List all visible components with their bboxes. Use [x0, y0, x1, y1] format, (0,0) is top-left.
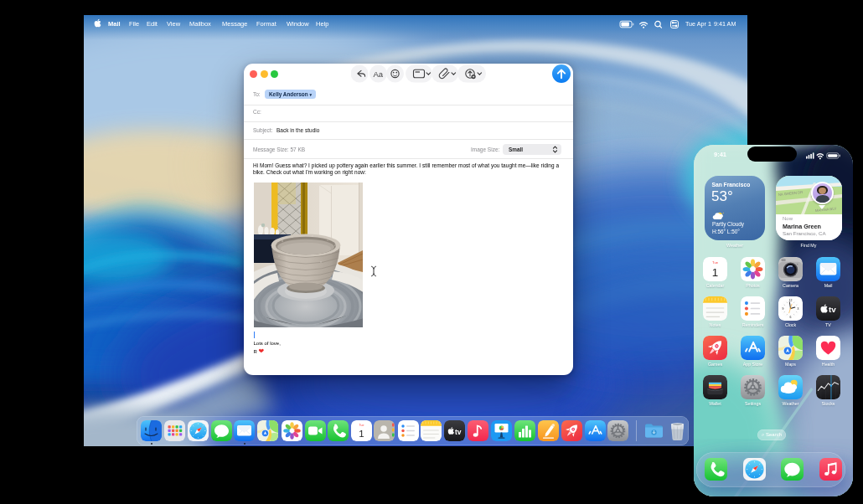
svg-text:Aa: Aa — [374, 69, 384, 79]
